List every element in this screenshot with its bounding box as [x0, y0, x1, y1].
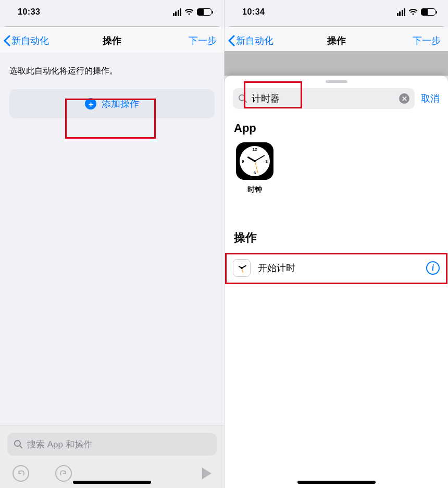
- add-action-button[interactable]: ＋ 添加操作: [9, 89, 215, 118]
- battery-icon: [421, 8, 435, 16]
- home-indicator[interactable]: [297, 481, 376, 484]
- modal-sheet: 新自动化 操作 下一步: [0, 27, 224, 54]
- search-sheet: 计时器 ✕ 取消 App 12 6 9 3: [225, 76, 448, 488]
- dimmed-overlay: [225, 51, 448, 76]
- back-button[interactable]: 新自动化: [3, 34, 49, 47]
- bottom-toolbar: 搜索 App 和操作: [0, 425, 224, 488]
- info-button[interactable]: i: [426, 261, 440, 275]
- status-icons: [173, 8, 212, 16]
- run-button[interactable]: [202, 468, 211, 479]
- search-icon: [14, 440, 23, 449]
- hint-text: 选取此自动化将运行的操作。: [0, 54, 224, 89]
- clear-search-button[interactable]: ✕: [399, 93, 409, 104]
- redo-button[interactable]: [55, 465, 72, 482]
- cellular-icon: [173, 8, 182, 16]
- wifi-icon: [408, 8, 418, 16]
- search-value: 计时器: [252, 92, 280, 105]
- app-item-clock[interactable]: 12 6 9 3 时钟: [234, 142, 276, 194]
- cancel-button[interactable]: 取消: [421, 92, 440, 105]
- add-action-label: 添加操作: [102, 97, 139, 110]
- status-time: 10:34: [242, 7, 265, 17]
- section-header-actions: 操作: [225, 225, 448, 253]
- nav-bar: 新自动化 操作 下一步: [0, 27, 224, 54]
- next-button[interactable]: 下一步: [189, 34, 217, 47]
- status-bar: 10:34: [225, 0, 448, 24]
- content-area: 选取此自动化将运行的操作。 ＋ 添加操作 搜索 App 和操作: [0, 54, 224, 488]
- next-button[interactable]: 下一步: [413, 34, 441, 47]
- home-indicator[interactable]: [73, 481, 151, 484]
- clock-icon: [233, 259, 251, 277]
- status-bar: 10:33: [0, 0, 224, 24]
- section-header-app: App: [225, 116, 448, 142]
- clock-app-icon: 12 6 9 3: [236, 142, 273, 180]
- search-input[interactable]: 搜索 App 和操作: [7, 433, 217, 456]
- sheet-grabber[interactable]: [326, 80, 347, 83]
- undo-button[interactable]: [13, 465, 29, 482]
- status-time: 10:33: [18, 7, 40, 17]
- battery-icon: [197, 8, 211, 16]
- svg-line-1: [20, 446, 22, 448]
- action-row-start-timer[interactable]: 开始计时 i: [225, 253, 448, 283]
- search-input[interactable]: 计时器 ✕: [233, 88, 415, 109]
- screen-right: 10:34 新自动化 操作 下一步: [224, 0, 448, 488]
- back-label: 新自动化: [11, 34, 49, 47]
- nav-bar: 新自动化 操作 下一步: [225, 27, 448, 54]
- svg-line-3: [244, 100, 246, 102]
- screen-left: 10:33 新自动化 操作 下一步 选取此自动化将运行的操作。 ＋: [0, 0, 224, 488]
- modal-sheet: 新自动化 操作 下一步: [225, 27, 448, 54]
- app-label: 时钟: [234, 185, 276, 194]
- wifi-icon: [184, 8, 194, 16]
- back-button[interactable]: 新自动化: [228, 34, 273, 47]
- search-icon: [238, 94, 247, 103]
- cellular-icon: [397, 8, 406, 16]
- plus-icon: ＋: [85, 98, 96, 109]
- chevron-left-icon: [228, 35, 235, 46]
- status-icons: [397, 8, 436, 16]
- search-placeholder: 搜索 App 和操作: [27, 438, 92, 450]
- back-label: 新自动化: [236, 34, 273, 47]
- action-label: 开始计时: [258, 262, 295, 274]
- chevron-left-icon: [3, 35, 10, 46]
